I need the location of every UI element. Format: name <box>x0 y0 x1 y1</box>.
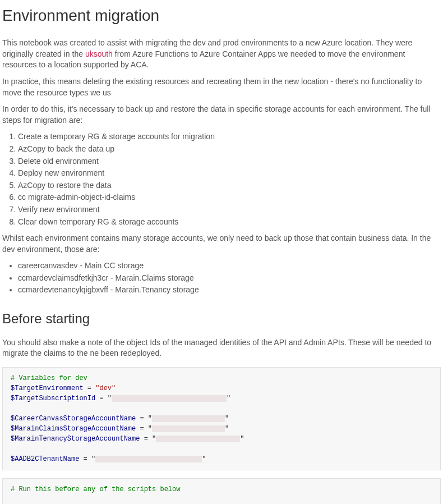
code-op: = " <box>136 425 152 433</box>
list-item: Clear down temporary RG & storage accoun… <box>18 217 441 228</box>
redacted-value <box>95 456 202 462</box>
storage-accounts-list: careercanvasdev - Main CC storage ccmard… <box>2 260 441 296</box>
code-op: = " <box>95 395 112 402</box>
list-item: cc migrate-admin-object-id-claims <box>18 192 441 203</box>
region-link[interactable]: uksouth <box>85 49 113 58</box>
list-item: Delete old environment <box>18 156 441 167</box>
code-var: $TargetSubscriptionId <box>11 395 95 402</box>
redacted-value <box>112 395 227 402</box>
code-var: $CareerCanvasStorageAccountName <box>11 415 136 423</box>
migration-steps-list: Create a temporary RG & storage accounts… <box>2 131 441 227</box>
code-cell-variables[interactable]: # Variables for dev $TargetEnvironment =… <box>2 367 441 470</box>
intro-paragraph-1: This notebook was created to assist with… <box>2 38 441 71</box>
code-quote: " <box>225 415 229 423</box>
redacted-value <box>156 436 240 442</box>
list-item: Verify new environment <box>18 204 441 216</box>
code-op: = " <box>140 435 156 443</box>
list-item: Create a temporary RG & storage accounts… <box>18 131 441 143</box>
code-var: $TargetEnvironment <box>11 384 84 392</box>
code-op: = " <box>136 415 152 423</box>
before-starting-paragraph: You should also make a note of the objec… <box>2 337 441 359</box>
list-item: AzCopy to back the data up <box>18 144 441 155</box>
code-comment: # Variables for dev <box>11 374 87 382</box>
storage-intro-paragraph: Whilst each environment contains many st… <box>2 233 441 255</box>
before-starting-heading: Before starting <box>2 309 441 328</box>
code-string: "dev" <box>95 384 116 392</box>
list-item: Deploy new environment <box>18 168 441 179</box>
code-var: $MarainClaimsStorageAccountName <box>11 425 136 433</box>
intro-paragraph-2: In practice, this means deleting the exi… <box>2 76 441 98</box>
code-op: = <box>84 384 96 392</box>
code-var: $MarainTenancyStorageAccountName <box>11 435 140 443</box>
code-comment: # Run this before any of the scripts bel… <box>11 485 180 493</box>
code-cell-setup[interactable]: # Run this before any of the scripts bel… <box>2 478 441 504</box>
code-quote: " <box>225 425 229 433</box>
redacted-value <box>152 415 225 422</box>
redacted-value <box>152 425 225 432</box>
code-quote: " <box>240 435 244 443</box>
list-item: careercanvasdev - Main CC storage <box>18 260 441 272</box>
intro-paragraph-3: In order to do this, it's necessary to b… <box>2 104 441 126</box>
code-var: $AADB2CTenantName <box>11 455 79 463</box>
code-quote: " <box>202 455 206 463</box>
code-op: = " <box>79 455 95 463</box>
code-quote: " <box>227 395 230 402</box>
page-title: Environment migration <box>2 4 441 26</box>
list-item: ccmardevclaimsdfetkjh3cr - Marain.Claims… <box>18 273 441 284</box>
list-item: ccmardevtenancylqigbxvff - Marain.Tenanc… <box>18 285 441 296</box>
list-item: AzCopy to restore the data <box>18 180 441 191</box>
